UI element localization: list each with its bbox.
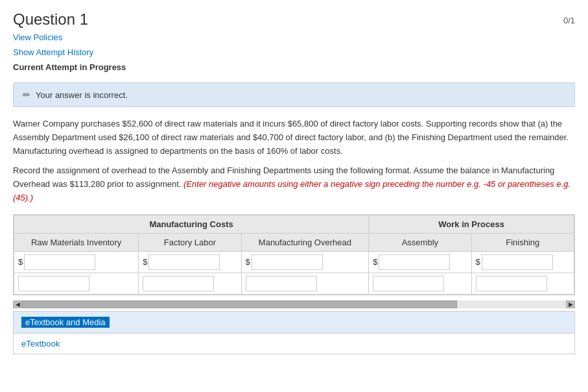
show-attempt-link[interactable]: Show Attempt History [13, 47, 93, 57]
dollar-overhead: $ [246, 257, 250, 267]
table-row-top: $ $ $ [14, 251, 574, 273]
etextbook-link[interactable]: eTextbook [21, 339, 60, 349]
cell-finishing-bottom [471, 273, 574, 294]
input-assembly-top[interactable] [379, 254, 450, 270]
col-assembly: Assembly [369, 233, 471, 251]
cell-raw-top: $ [14, 251, 139, 273]
work-in-process-header: Work in Process [369, 215, 574, 233]
dollar-labor: $ [143, 257, 147, 267]
problem-description: Warner Company purchases $52,600 of dire… [13, 117, 575, 205]
scroll-track[interactable] [22, 300, 566, 308]
cell-overhead-top: $ [241, 251, 369, 273]
resources-body: eTextbook [14, 334, 574, 354]
current-attempt-label: Current Attempt in Progress [13, 62, 126, 72]
input-finishing-bottom[interactable] [476, 276, 547, 291]
score-display: 0/1 [563, 10, 575, 25]
scroll-left-arrow[interactable]: ◀ [13, 300, 22, 308]
input-assembly-bottom[interactable] [373, 276, 444, 291]
cell-assembly-top: $ [369, 251, 471, 273]
scroll-thumb[interactable] [22, 300, 457, 308]
manufacturing-costs-header: Manufacturing Costs [14, 215, 369, 233]
resources-header[interactable]: eTextbook and Media [14, 312, 574, 334]
alert-box: ✏ Your answer is incorrect. [13, 82, 575, 107]
input-factory-labor-bottom[interactable] [143, 276, 214, 291]
question-title: Question 1 [13, 10, 88, 29]
dollar-assembly: $ [373, 257, 377, 267]
dollar-raw: $ [18, 257, 23, 267]
cell-raw-bottom [14, 273, 139, 294]
pencil-icon: ✏ [23, 90, 30, 100]
cell-finishing-top: $ [471, 251, 574, 273]
horizontal-scrollbar[interactable]: ◀ ▶ [13, 300, 575, 308]
input-mfg-overhead-top[interactable] [252, 254, 323, 270]
alert-text: Your answer is incorrect. [36, 90, 128, 100]
cell-overhead-bottom [241, 273, 369, 294]
input-factory-labor-top[interactable] [148, 254, 220, 270]
input-finishing-top[interactable] [482, 254, 553, 270]
col-mfg-overhead: Manufacturing Overhead [241, 233, 369, 251]
cell-labor-bottom [139, 273, 241, 294]
dollar-finishing: $ [476, 257, 480, 267]
paragraph1: Warner Company purchases $52,600 of dire… [13, 117, 575, 158]
input-mfg-overhead-bottom[interactable] [246, 276, 317, 291]
col-finishing: Finishing [471, 233, 574, 251]
scroll-right-arrow[interactable]: ▶ [566, 300, 575, 308]
input-raw-materials-top[interactable] [24, 254, 95, 270]
view-policies-link[interactable]: View Policies [13, 32, 62, 42]
cell-labor-top: $ [139, 251, 241, 273]
resources-section: eTextbook and Media eTextbook [13, 311, 575, 354]
table-row-bottom [14, 273, 574, 294]
cell-assembly-bottom [369, 273, 471, 294]
paragraph2: Record the assignment of overhead to the… [13, 164, 575, 204]
col-raw-materials: Raw Materials Inventory [14, 233, 139, 251]
cost-table: Manufacturing Costs Work in Process Raw … [14, 215, 574, 295]
etextbook-and-media-label: eTextbook and Media [21, 317, 110, 328]
input-raw-materials-bottom[interactable] [18, 276, 89, 291]
cost-table-container: Manufacturing Costs Work in Process Raw … [13, 214, 575, 295]
col-factory-labor: Factory Labor [139, 233, 241, 251]
